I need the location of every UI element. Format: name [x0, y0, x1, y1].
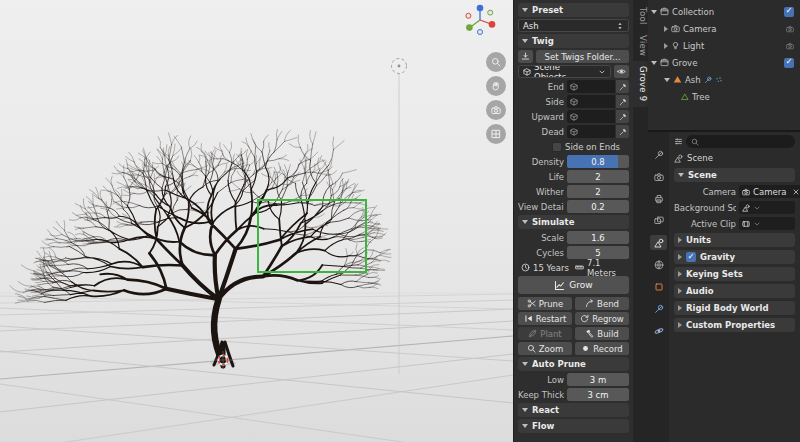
- modifier-icon: [704, 76, 712, 84]
- pan-button[interactable]: [486, 76, 506, 96]
- section-units[interactable]: Units: [674, 233, 795, 247]
- life-field[interactable]: 2: [567, 170, 629, 183]
- grow-button[interactable]: Grow: [518, 276, 629, 294]
- section-gravity[interactable]: Gravity: [674, 250, 795, 264]
- outliner-row-grove[interactable]: Grove: [651, 54, 797, 71]
- eyedropper-button[interactable]: [616, 110, 629, 123]
- scale-field[interactable]: 1.6: [567, 231, 629, 244]
- tab-modifiers[interactable]: [650, 301, 667, 316]
- density-slider[interactable]: 0.8: [567, 155, 629, 168]
- expand-arrow-icon[interactable]: [651, 61, 657, 65]
- collection-checkbox[interactable]: [784, 7, 794, 17]
- outliner-row-tree[interactable]: Tree: [651, 88, 797, 105]
- twig-source-dropdown[interactable]: Scene Objects: [518, 65, 611, 78]
- panel-header-preset[interactable]: Preset: [518, 3, 629, 17]
- collection-checkbox[interactable]: [784, 58, 794, 68]
- background-scene-field[interactable]: [739, 201, 795, 214]
- view-detail-field[interactable]: 0.2: [567, 200, 629, 213]
- tab-grove9[interactable]: Grove 9: [633, 61, 648, 107]
- eyedropper-button[interactable]: [616, 80, 629, 93]
- eyedropper-button[interactable]: [616, 95, 629, 108]
- section-keying-sets[interactable]: Keying Sets: [674, 267, 795, 281]
- preset-dropdown[interactable]: Ash: [518, 19, 629, 32]
- tab-physics[interactable]: [650, 323, 667, 338]
- expand-arrow-icon[interactable]: [664, 78, 670, 82]
- 3d-viewport[interactable]: [0, 0, 513, 442]
- plant-button[interactable]: Plant: [518, 327, 572, 340]
- tab-object[interactable]: [650, 279, 667, 294]
- panel-header-react[interactable]: React: [518, 403, 629, 417]
- properties-search-input[interactable]: [686, 135, 795, 148]
- panel-header-flow[interactable]: Flow: [518, 419, 629, 433]
- outliner-row-collection[interactable]: Collection: [651, 3, 797, 20]
- panel-header-label: Twig: [532, 36, 554, 46]
- low-field[interactable]: 3 m: [567, 373, 629, 386]
- outliner-row-ash[interactable]: Ash: [651, 71, 797, 88]
- build-button[interactable]: Build: [575, 327, 629, 340]
- tab-scene[interactable]: [650, 235, 667, 250]
- wither-field[interactable]: 2: [567, 185, 629, 198]
- twig-visibility-button[interactable]: [614, 65, 629, 78]
- keep-thick-field[interactable]: 3 cm: [567, 388, 629, 401]
- section-label: Gravity: [700, 252, 735, 262]
- grid-toggle-button[interactable]: [486, 124, 506, 144]
- camera-view-button[interactable]: [486, 100, 506, 120]
- cycles-field[interactable]: 5: [567, 246, 629, 259]
- section-rigid-body-world[interactable]: Rigid Body World: [674, 301, 795, 315]
- scene-camera-field[interactable]: Camera: [739, 185, 800, 198]
- side-twig-field[interactable]: [567, 95, 615, 108]
- expand-arrow-icon[interactable]: [664, 43, 668, 49]
- tab-tool[interactable]: Tool: [633, 2, 648, 30]
- collapse-arrow-icon: [678, 237, 682, 243]
- zoom-action-button[interactable]: Zoom: [518, 342, 572, 355]
- panel-header-auto-prune[interactable]: Auto Prune: [518, 357, 629, 371]
- clock-icon: [521, 263, 530, 272]
- render-visibility-icon[interactable]: [786, 42, 794, 50]
- side-on-ends-checkbox[interactable]: [552, 142, 562, 152]
- expand-arrow-icon[interactable]: [664, 26, 668, 32]
- dead-twig-field[interactable]: [567, 125, 615, 138]
- set-twigs-folder-button[interactable]: Set Twigs Folder...: [536, 50, 629, 63]
- active-clip-field[interactable]: [739, 217, 795, 230]
- right-column: Collection Camera Light Gr: [648, 0, 800, 442]
- end-twig-field[interactable]: [567, 80, 615, 93]
- section-custom-properties[interactable]: Custom Properties: [674, 318, 795, 332]
- tab-render[interactable]: [650, 169, 667, 184]
- restart-icon: [524, 314, 533, 323]
- mesh-object-icon: [673, 75, 682, 84]
- twigs-import-button[interactable]: [518, 50, 533, 63]
- outliner-item-label: Ash: [685, 75, 701, 85]
- upward-twig-field[interactable]: [567, 110, 615, 123]
- expand-arrow-icon[interactable]: [651, 10, 657, 14]
- render-visibility-icon[interactable]: [786, 25, 794, 33]
- outliner-row-light[interactable]: Light: [651, 37, 797, 54]
- editor-type-icon[interactable]: [674, 137, 683, 146]
- field-label: Density: [518, 157, 564, 167]
- tab-world[interactable]: [650, 257, 667, 272]
- clear-icon[interactable]: [792, 188, 800, 196]
- eyedropper-button[interactable]: [616, 125, 629, 138]
- scene-icon: [654, 238, 664, 248]
- collection-icon: [660, 7, 669, 16]
- regrow-button[interactable]: Regrow: [575, 312, 629, 325]
- tab-view[interactable]: View: [633, 30, 648, 61]
- prune-button[interactable]: Prune: [518, 297, 572, 310]
- panel-header-simulate[interactable]: Simulate: [518, 215, 629, 229]
- outliner-row-camera[interactable]: Camera: [651, 20, 797, 37]
- zoom-button[interactable]: [486, 52, 506, 72]
- tab-view-layer[interactable]: [650, 213, 667, 228]
- field-label: Cycles: [518, 248, 564, 258]
- bend-button[interactable]: Bend: [575, 297, 629, 310]
- breadcrumb-label: Scene: [687, 153, 713, 163]
- restart-button[interactable]: Restart: [518, 312, 572, 325]
- gravity-checkbox[interactable]: [686, 252, 696, 262]
- section-audio[interactable]: Audio: [674, 284, 795, 298]
- sidebar-panel: Preset Ash Twig Set Twigs Folder... Scen…: [513, 0, 633, 442]
- panel-header-twig[interactable]: Twig: [518, 34, 629, 48]
- record-button[interactable]: Record: [575, 342, 629, 355]
- panel-header-scene[interactable]: Scene: [674, 168, 795, 182]
- navigation-gizmo[interactable]: [463, 2, 497, 36]
- camera-icon: [491, 105, 501, 115]
- tab-output[interactable]: [650, 191, 667, 206]
- tab-tool[interactable]: [650, 147, 667, 162]
